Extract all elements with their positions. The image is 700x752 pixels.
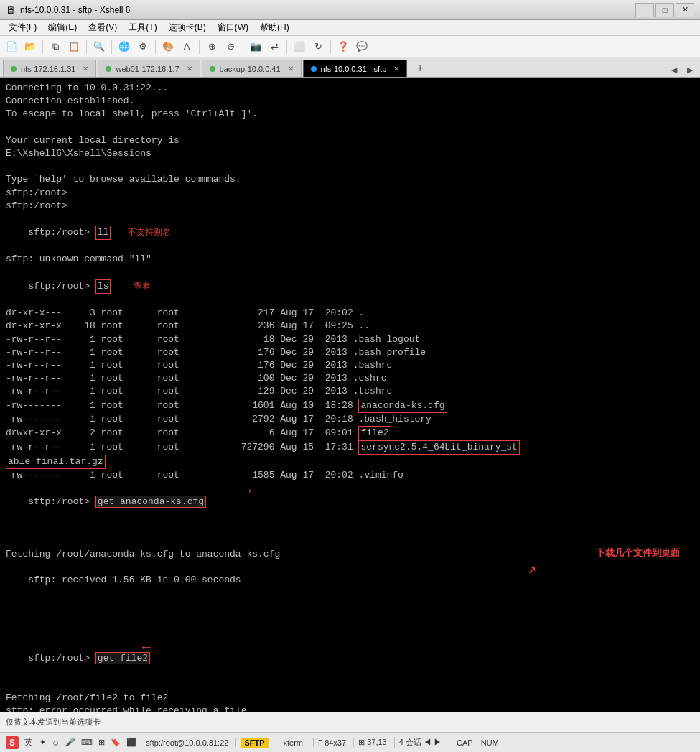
- sftp-label: SFTP: [235, 738, 272, 747]
- tab-close-icon[interactable]: ✕: [187, 65, 192, 73]
- menu-help[interactable]: 帮助(H): [254, 20, 295, 35]
- snapshot-button[interactable]: 📷: [247, 38, 264, 55]
- menu-tab[interactable]: 选项卡(B): [163, 20, 212, 35]
- menu-file[interactable]: 文件(F): [3, 20, 42, 35]
- info-button[interactable]: 💬: [353, 38, 370, 55]
- cursor-pos: ⊞ 37,13: [353, 738, 391, 747]
- box-icon: ⬛: [125, 738, 138, 747]
- terminal-line: -rw-r--r-- 1 root root 18 Dec 29 2013 .b…: [6, 333, 694, 346]
- tab-nfs-sftp[interactable]: nfs-10.0.0.31 - sftp ✕: [303, 60, 408, 77]
- terminal-line: Fetching /root/anaconda-ks.cfg to anacon…: [6, 548, 694, 561]
- num-label: NUM: [478, 738, 502, 747]
- cap-section: CAP NUM: [449, 738, 506, 747]
- file2-box: file2: [358, 426, 391, 440]
- tabs-next-button[interactable]: ▶: [683, 62, 697, 77]
- zoom-out-button[interactable]: ⊖: [222, 38, 239, 55]
- settings-button[interactable]: ⚙: [134, 38, 151, 55]
- connect-button[interactable]: 🌐: [116, 38, 133, 55]
- menu-view[interactable]: 查看(V): [83, 20, 123, 35]
- terminal-line: sftp:/root>: [6, 187, 694, 200]
- terminal-line: -rw-r--r-- 1 root root 129 Dec 29 2013 .…: [6, 385, 694, 398]
- new-tab-button[interactable]: +: [411, 60, 429, 77]
- tab-dot: [11, 66, 17, 72]
- terminal-line: sftp: error occurred while receiving a f…: [6, 705, 694, 712]
- refresh-button[interactable]: ↻: [309, 38, 327, 55]
- maximize-button[interactable]: □: [655, 3, 674, 17]
- ll-annotation: 不支持别名: [128, 227, 171, 237]
- arrow-down-1: ↙: [528, 561, 536, 581]
- menu-tools[interactable]: 工具(T): [123, 20, 162, 35]
- tab-nfs-172[interactable]: nfs-172.16.1.31 ✕: [3, 60, 96, 77]
- terminal-line: able_final.tar.gz: [6, 455, 694, 469]
- bottom-lang: 英: [22, 737, 35, 748]
- connection-string: sftp:/root@10.0.0.31:22: [146, 738, 228, 747]
- get-anaconda-cmd: get anaconda-ks.cfg: [95, 496, 206, 508]
- terminal-line: Your current local directory is: [6, 134, 694, 147]
- terminal-line: drwxr-xr-x 2 root root 6 Aug 17 09:01 fi…: [6, 426, 694, 440]
- sftp-badge: SFTP: [241, 738, 268, 748]
- terminal-line: To escape to local shell, press 'Ctrl+Al…: [6, 108, 694, 121]
- mic-icon: 🎤: [64, 738, 77, 747]
- open-button[interactable]: 📂: [22, 38, 39, 55]
- minimize-button[interactable]: —: [635, 3, 654, 17]
- close-button[interactable]: ✕: [676, 3, 694, 17]
- sersync-box-1: sersync2.5.4_64bit_binary_st: [358, 440, 519, 455]
- new-session-button[interactable]: 📄: [3, 38, 20, 55]
- tab-label: backup-10.0.0.41: [220, 65, 281, 73]
- terminal-line: -rw------- 1 root root 1585 Aug 17 20:02…: [6, 469, 694, 482]
- terminal-line: Connecting to 10.0.0.31:22...: [6, 82, 694, 95]
- menu-edit[interactable]: 编辑(E): [42, 20, 83, 35]
- sohu-icon: S: [6, 736, 19, 749]
- font-button[interactable]: A: [178, 38, 195, 55]
- sessions-count: 4 会话: [399, 738, 421, 746]
- terminal-line: -rw-r--r-- 1 root root 176 Dec 29 2013 .…: [6, 359, 694, 372]
- terminal-line-get-file2: sftp:/root> get file2 ←: [6, 639, 694, 692]
- prev-session-icon[interactable]: ◀: [424, 738, 431, 746]
- terminal-line: [6, 160, 694, 173]
- tab-backup[interactable]: backup-10.0.0.41 ✕: [202, 60, 302, 77]
- tab-dot: [106, 66, 111, 72]
- tabs-prev-button[interactable]: ◀: [667, 62, 681, 77]
- terminal-line-get-anaconda: sftp:/root> get anaconda-ks.cfg →: [6, 483, 694, 548]
- terminal-line-ls: sftp:/root> ls 查看: [6, 266, 694, 307]
- terminal-line: Type `help' to browse available commmand…: [6, 173, 694, 186]
- color-button[interactable]: 🎨: [159, 38, 177, 55]
- size-value: 84x37: [325, 738, 346, 747]
- copy-button[interactable]: ⧉: [47, 38, 64, 55]
- app-icon: 🖥: [6, 4, 16, 16]
- zoom-in-button[interactable]: ⊕: [203, 38, 220, 55]
- paste-button[interactable]: 📋: [65, 38, 83, 55]
- arrow-right-1: →: [243, 481, 251, 501]
- menu-window[interactable]: 窗口(W): [212, 20, 254, 35]
- terminal-line: E:\Xshell6\Xshell\Sessions: [6, 147, 694, 160]
- tab-close-icon[interactable]: ✕: [288, 65, 294, 73]
- terminal-line: sftp: received 1.56 KB in 0.00 seconds 下…: [6, 561, 694, 639]
- search-button[interactable]: 🔍: [90, 38, 108, 55]
- tab-close-icon[interactable]: ✕: [83, 65, 88, 73]
- tab-label: nfs-172.16.1.31: [21, 65, 75, 73]
- terminal-line: -rw-r--r-- 1 root root 100 Dec 29 2013 .…: [6, 372, 694, 385]
- ll-command-box: ll: [95, 226, 111, 240]
- cap-label: CAP: [454, 738, 476, 747]
- stop-button[interactable]: ⬜: [291, 38, 308, 55]
- status-bar: 仅将文本发送到当前选项卡: [0, 712, 700, 732]
- terminal-line: sftp:/root>: [6, 200, 694, 213]
- ls-annotation: 查看: [134, 281, 151, 291]
- connection-info: sftp:/root@10.0.0.31:22: [141, 738, 233, 747]
- terminal-line: Fetching /root/file2 to file2: [6, 692, 694, 705]
- terminal-line-ll: sftp:/root> ll 不支持别名: [6, 213, 694, 254]
- terminal-size: Γ 84x37: [313, 738, 350, 747]
- tab-close-active-icon[interactable]: ✕: [393, 65, 399, 73]
- sersync-box-2: able_final.tar.gz: [6, 455, 106, 469]
- download-annotation: 下载几个文件到桌面: [596, 547, 680, 560]
- tab-web01[interactable]: web01-172.16.1.7 ✕: [98, 60, 200, 77]
- transfer-button[interactable]: ⇄: [266, 38, 283, 55]
- ls-command-box: ls: [95, 279, 111, 294]
- terminal-line: Connection established.: [6, 95, 694, 108]
- terminal-area[interactable]: Connecting to 10.0.0.31:22... Connection…: [0, 78, 700, 712]
- toolbar: 📄 📂 ⧉ 📋 🔍 🌐 ⚙ 🎨 A ⊕ ⊖ 📷 ⇄ ⬜ ↻ ❓ 💬: [0, 36, 700, 57]
- help-button[interactable]: ❓: [335, 38, 352, 55]
- grid-icon: ⊞: [97, 738, 106, 747]
- tab-label: nfs-10.0.0.31 - sftp: [321, 65, 387, 73]
- next-session-icon[interactable]: ▶: [434, 738, 442, 746]
